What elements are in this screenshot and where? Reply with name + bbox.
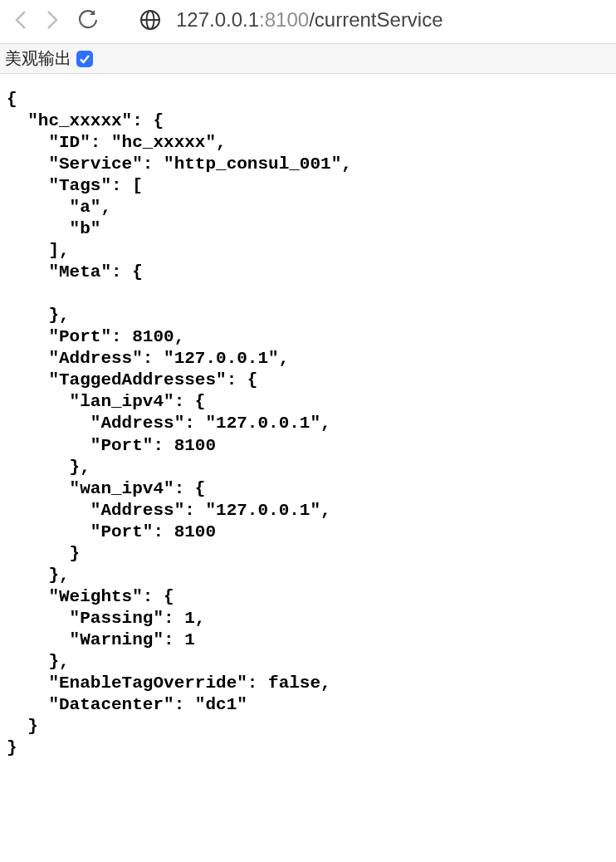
forward-button[interactable] xyxy=(46,10,58,30)
pretty-print-checkbox[interactable] xyxy=(76,51,93,67)
url-host: 127.0.0.1 xyxy=(176,8,259,32)
globe-icon xyxy=(139,9,161,31)
pretty-print-label: 美观输出 xyxy=(5,47,71,70)
pretty-print-bar: 美观输出 xyxy=(0,43,616,74)
back-button[interactable] xyxy=(15,10,27,30)
json-body: { "hc_xxxxx": { "ID": "hc_xxxxx", "Servi… xyxy=(0,74,616,766)
browser-toolbar: 127.0.0.1:8100/currentService xyxy=(0,0,616,43)
address-bar[interactable]: 127.0.0.1:8100/currentService xyxy=(176,8,443,32)
url-path: /currentService xyxy=(309,8,442,32)
refresh-button[interactable] xyxy=(78,10,98,30)
url-port: :8100 xyxy=(259,8,309,32)
